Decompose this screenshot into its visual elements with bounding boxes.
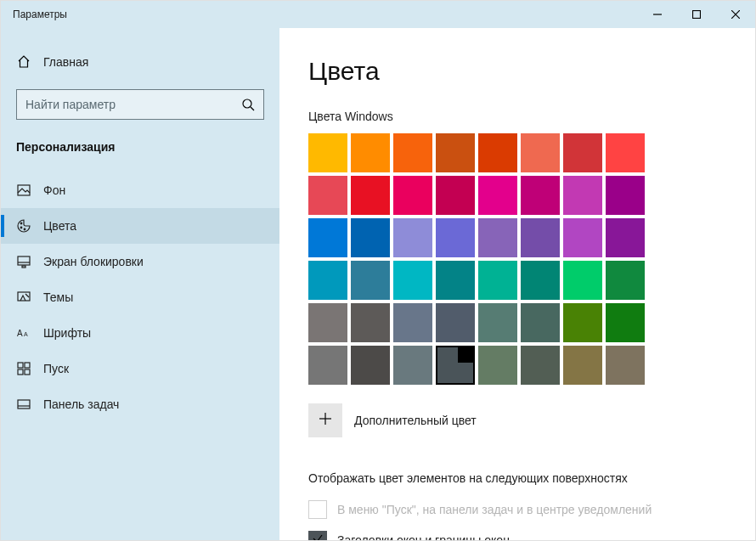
color-swatch[interactable] bbox=[436, 261, 475, 300]
search-input[interactable] bbox=[25, 98, 241, 111]
close-button[interactable] bbox=[716, 1, 755, 28]
fonts-icon: AA bbox=[16, 326, 31, 340]
color-swatch[interactable] bbox=[351, 261, 390, 300]
color-swatch[interactable] bbox=[393, 218, 432, 257]
color-swatch[interactable] bbox=[478, 303, 517, 342]
sidebar-item-label: Цвета bbox=[43, 219, 76, 233]
color-swatch[interactable] bbox=[521, 346, 560, 385]
home-link[interactable]: Главная bbox=[1, 45, 279, 79]
color-swatch[interactable] bbox=[606, 218, 645, 257]
home-icon bbox=[16, 55, 31, 69]
color-swatch[interactable] bbox=[436, 346, 475, 385]
color-swatch[interactable] bbox=[393, 261, 432, 300]
sidebar-item-background[interactable]: Фон bbox=[1, 172, 279, 208]
color-swatch[interactable] bbox=[308, 218, 347, 257]
color-swatch[interactable] bbox=[563, 261, 602, 300]
sidebar-item-themes[interactable]: Темы bbox=[1, 279, 279, 315]
color-swatch[interactable] bbox=[606, 133, 645, 172]
color-swatch[interactable] bbox=[436, 133, 475, 172]
color-swatch[interactable] bbox=[308, 303, 347, 342]
color-swatch[interactable] bbox=[563, 133, 602, 172]
color-swatch[interactable] bbox=[351, 133, 390, 172]
color-swatch[interactable] bbox=[351, 303, 390, 342]
color-swatch[interactable] bbox=[393, 346, 432, 385]
section-title: Персонализация bbox=[1, 135, 279, 172]
svg-rect-21 bbox=[18, 400, 30, 409]
color-swatch[interactable] bbox=[308, 346, 347, 385]
sidebar-item-label: Шрифты bbox=[43, 326, 91, 340]
color-swatch[interactable] bbox=[393, 176, 432, 215]
color-swatch[interactable] bbox=[351, 176, 390, 215]
add-custom-color-button[interactable] bbox=[308, 403, 342, 437]
color-swatch[interactable] bbox=[436, 303, 475, 342]
color-swatch[interactable] bbox=[521, 218, 560, 257]
color-swatch[interactable] bbox=[478, 133, 517, 172]
color-swatch[interactable] bbox=[393, 303, 432, 342]
surfaces-heading: Отображать цвет элементов на следующих п… bbox=[308, 471, 755, 485]
color-swatch[interactable] bbox=[308, 261, 347, 300]
checkbox-titlebars[interactable] bbox=[308, 531, 327, 540]
color-swatch[interactable] bbox=[351, 346, 390, 385]
window-controls bbox=[638, 1, 755, 28]
search-box[interactable] bbox=[16, 89, 264, 120]
color-swatch[interactable] bbox=[436, 218, 475, 257]
color-swatch[interactable] bbox=[436, 176, 475, 215]
main-panel: Цвета Цвета Windows Дополнительный цвет … bbox=[279, 28, 755, 540]
color-swatch[interactable] bbox=[521, 303, 560, 342]
color-swatch[interactable] bbox=[521, 133, 560, 172]
color-swatch[interactable] bbox=[308, 133, 347, 172]
color-swatch[interactable] bbox=[563, 303, 602, 342]
svg-rect-12 bbox=[22, 266, 25, 268]
start-icon bbox=[16, 362, 31, 375]
sidebar-item-lockscreen[interactable]: Экран блокировки bbox=[1, 244, 279, 279]
checkbox-label-start-taskbar: В меню "Пуск", на панели задач и в центр… bbox=[337, 503, 652, 516]
custom-color-row: Дополнительный цвет bbox=[308, 403, 755, 437]
color-swatch[interactable] bbox=[478, 176, 517, 215]
color-swatch[interactable] bbox=[563, 176, 602, 215]
sidebar-item-start[interactable]: Пуск bbox=[1, 351, 279, 386]
color-swatch[interactable] bbox=[393, 133, 432, 172]
sidebar-item-colors[interactable]: Цвета bbox=[1, 208, 279, 244]
sidebar: Главная Персонализация ФонЦветаЭкран бло… bbox=[1, 28, 279, 540]
check-icon bbox=[312, 533, 324, 540]
page-title: Цвета bbox=[308, 57, 755, 86]
background-icon bbox=[16, 183, 31, 197]
color-swatch[interactable] bbox=[606, 261, 645, 300]
sidebar-item-label: Темы bbox=[43, 290, 73, 304]
minimize-button[interactable] bbox=[638, 1, 677, 28]
taskbar-icon bbox=[16, 397, 31, 411]
color-swatch[interactable] bbox=[606, 346, 645, 385]
svg-rect-18 bbox=[25, 363, 30, 368]
color-swatch[interactable] bbox=[563, 346, 602, 385]
checkbox-start-taskbar bbox=[308, 500, 327, 519]
sidebar-item-taskbar[interactable]: Панель задач bbox=[1, 386, 279, 422]
color-swatch[interactable] bbox=[478, 261, 517, 300]
color-swatch[interactable] bbox=[606, 176, 645, 215]
sidebar-item-fonts[interactable]: AAШрифты bbox=[1, 315, 279, 351]
color-swatch[interactable] bbox=[521, 176, 560, 215]
color-swatch[interactable] bbox=[478, 346, 517, 385]
color-swatch[interactable] bbox=[563, 218, 602, 257]
color-swatch[interactable] bbox=[521, 261, 560, 300]
sidebar-item-label: Панель задач bbox=[43, 397, 119, 411]
color-grid-heading: Цвета Windows bbox=[308, 110, 755, 123]
check-icon bbox=[458, 347, 473, 363]
maximize-button[interactable] bbox=[677, 1, 716, 28]
color-swatch[interactable] bbox=[606, 303, 645, 342]
colors-icon bbox=[16, 219, 31, 233]
svg-rect-10 bbox=[18, 256, 30, 265]
checkbox-label-titlebars: Заголовки окон и границы окон bbox=[337, 533, 510, 540]
search-icon bbox=[241, 98, 255, 111]
svg-point-9 bbox=[24, 228, 25, 230]
sidebar-item-label: Фон bbox=[43, 183, 65, 197]
svg-rect-1 bbox=[693, 11, 701, 19]
checkbox-row-titlebars: Заголовки окон и границы окон bbox=[308, 531, 755, 540]
lockscreen-icon bbox=[16, 255, 31, 268]
sidebar-item-label: Пуск bbox=[43, 362, 69, 375]
color-swatch[interactable] bbox=[308, 176, 347, 215]
color-swatch[interactable] bbox=[351, 218, 390, 257]
color-swatch[interactable] bbox=[478, 218, 517, 257]
custom-color-label: Дополнительный цвет bbox=[354, 414, 477, 427]
plus-icon bbox=[319, 413, 331, 428]
svg-rect-17 bbox=[18, 363, 23, 368]
